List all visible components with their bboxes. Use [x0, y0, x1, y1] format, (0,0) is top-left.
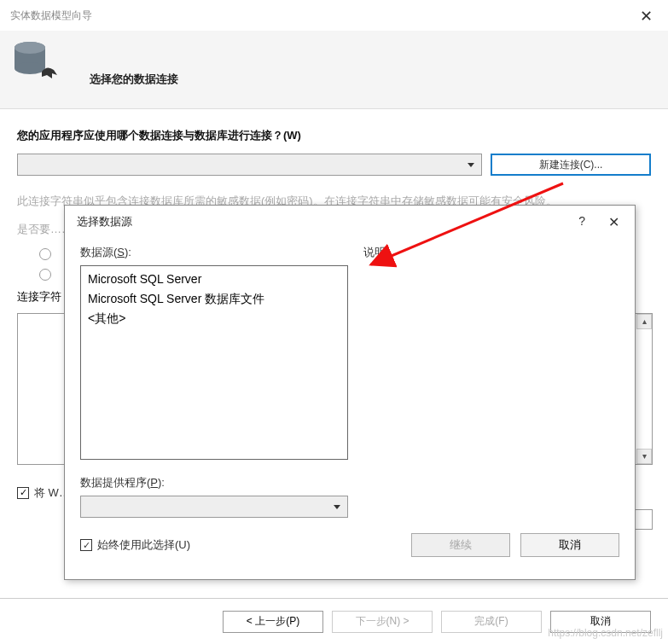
dialog-close-icon[interactable]: ✕ — [603, 212, 624, 232]
dialog-body: 数据源(S): Microsoft SQL Server Microsoft S… — [65, 238, 635, 569]
always-use-label: 始终使用此选择(U) — [97, 537, 190, 553]
dialog-titlebar: 选择数据源 ? ✕ — [65, 206, 635, 238]
wizard-header: 选择您的数据连接 — [0, 31, 668, 109]
next-button: 下一步(N) > — [332, 611, 433, 633]
radio-option-2[interactable] — [39, 269, 51, 281]
svg-point-2 — [15, 62, 45, 74]
always-label-pre: 始终使用此选择( — [97, 538, 178, 551]
provider-label: 数据提供程序(P): — [80, 475, 619, 490]
svg-point-3 — [15, 42, 45, 54]
dialog-top-row: 数据源(S): Microsoft SQL Server Microsoft S… — [80, 245, 619, 463]
provider-row: 数据提供程序(P): — [80, 475, 619, 518]
always-use-row: ✓ 始终使用此选择(U) — [80, 537, 190, 553]
provider-label-post: ): — [158, 476, 165, 489]
finish-button: 完成(F) — [441, 611, 542, 633]
radio-option-1[interactable] — [39, 248, 51, 260]
datasource-listbox[interactable]: Microsoft SQL Server Microsoft SQL Serve… — [80, 265, 348, 460]
database-icon — [13, 39, 62, 86]
wizard-titlebar: 实体数据模型向导 ✕ — [0, 0, 668, 31]
list-item[interactable]: <其他> — [88, 309, 340, 328]
description-box — [363, 265, 623, 463]
scroll-up-icon[interactable]: ▴ — [636, 314, 652, 329]
always-label-ul: U — [178, 538, 186, 551]
datasource-label-pre: 数据源( — [80, 246, 117, 258]
continue-button: 继续 — [411, 533, 510, 557]
always-label-post: ) — [187, 538, 190, 551]
connection-select[interactable] — [17, 154, 482, 176]
watermark-corner: https://blog.csdn.net/zefllj — [548, 627, 663, 639]
dialog-title: 选择数据源 — [77, 214, 132, 229]
new-connection-button[interactable]: 新建连接(C)... — [491, 154, 651, 176]
wizard-close-icon[interactable]: ✕ — [633, 5, 659, 27]
prev-button[interactable]: < 上一步(P) — [223, 611, 323, 633]
list-item[interactable]: Microsoft SQL Server — [88, 270, 340, 289]
datasource-label-ul: S — [117, 246, 125, 258]
dialog-cancel-button[interactable]: 取消 — [520, 533, 619, 557]
description-label: 说明 — [363, 245, 623, 260]
datasource-label-post: ): — [125, 246, 131, 258]
scroll-down-icon[interactable]: ▾ — [636, 449, 652, 464]
provider-select[interactable] — [80, 496, 348, 518]
dialog-help-icon[interactable]: ? — [573, 212, 590, 229]
always-use-checkbox[interactable]: ✓ — [80, 539, 92, 551]
connection-row: 新建连接(C)... — [17, 154, 651, 176]
dialog-buttons: 继续 取消 — [411, 533, 619, 557]
provider-label-pre: 数据提供程序( — [80, 476, 150, 489]
datasource-column: 数据源(S): Microsoft SQL Server Microsoft S… — [80, 245, 348, 463]
save-settings-checkbox[interactable]: ✓ — [17, 487, 29, 499]
connection-prompt: 您的应用程序应使用哪个数据连接与数据库进行连接？(W) — [17, 128, 651, 143]
new-connection-label: 新建连接(C)... — [539, 158, 603, 172]
wizard-header-title: 选择您的数据连接 — [90, 72, 178, 87]
description-column: 说明 — [363, 245, 623, 463]
dialog-footer: ✓ 始终使用此选择(U) 继续 取消 — [80, 533, 619, 557]
list-item[interactable]: Microsoft SQL Server 数据库文件 — [88, 289, 340, 309]
provider-label-ul: P — [150, 476, 158, 489]
choose-datasource-dialog: 选择数据源 ? ✕ 数据源(S): Microsoft SQL Server M… — [64, 205, 636, 580]
wizard-title: 实体数据模型向导 — [10, 9, 92, 23]
datasource-label: 数据源(S): — [80, 245, 348, 260]
